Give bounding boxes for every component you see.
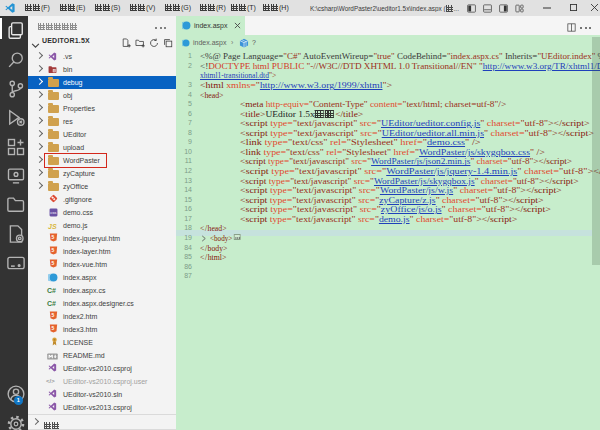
svg-text:css: css [50, 210, 56, 215]
svg-text:5: 5 [52, 260, 55, 266]
svg-text:5: 5 [52, 247, 55, 253]
svg-text:5: 5 [52, 325, 55, 331]
svg-text:5: 5 [52, 312, 55, 318]
svg-text:5: 5 [52, 234, 55, 240]
